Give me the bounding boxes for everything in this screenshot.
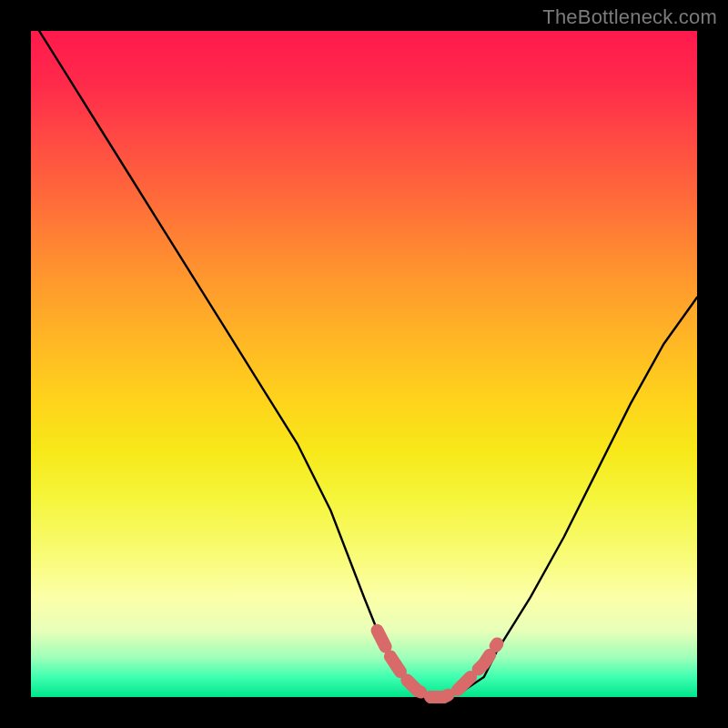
watermark-text: TheBottleneck.com — [542, 5, 717, 29]
chart-frame: TheBottleneck.com — [0, 0, 728, 728]
optimal-zone-marker — [378, 631, 498, 697]
bottleneck-curve — [31, 17, 697, 697]
plot-area — [31, 31, 697, 697]
curve-overlay — [31, 31, 697, 697]
